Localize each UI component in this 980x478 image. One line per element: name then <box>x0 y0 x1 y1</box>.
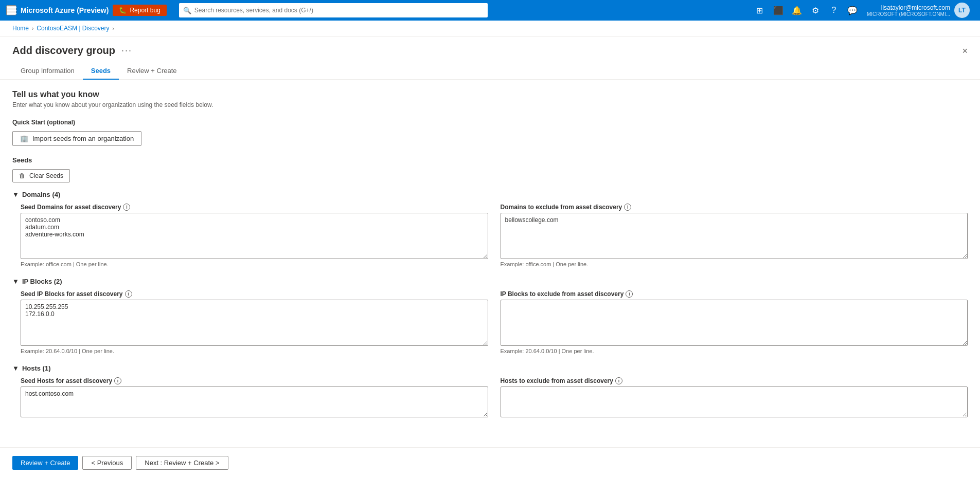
import-seeds-label: Import seeds from an organization <box>32 135 134 142</box>
ip-blocks-field-grid: Seed IP Blocks for asset discovery i 10.… <box>21 290 968 354</box>
report-bug-button[interactable]: 🐛 Report bug <box>113 5 166 16</box>
clear-seeds-button[interactable]: 🗑 Clear Seeds <box>12 169 70 182</box>
next-button[interactable]: Next : Review + Create > <box>136 456 228 470</box>
breadcrumb-discovery[interactable]: ContosoEASM | Discovery <box>37 25 109 32</box>
main-content: Tell us what you know Enter what you kno… <box>0 80 980 432</box>
portal-icon-button[interactable]: ⊞ <box>752 2 768 19</box>
seed-hosts-input[interactable]: host.contoso.com <box>21 387 488 417</box>
seeds-section-label: Seeds <box>12 156 968 164</box>
search-icon: 🔍 <box>183 7 191 14</box>
more-options-button[interactable]: ··· <box>121 45 132 56</box>
exclude-domains-input[interactable]: bellowscollege.com <box>501 213 968 259</box>
section-title: Tell us what you know <box>12 90 968 99</box>
bug-icon: 🐛 <box>119 7 127 14</box>
seed-domains-hint: Example: office.com | One per line. <box>21 261 488 267</box>
exclude-ip-blocks-label: IP Blocks to exclude from asset discover… <box>501 290 968 298</box>
user-org: MICROSOFT (MICROSOFT.ONMI... <box>867 11 950 17</box>
page-title: Add discovery group <box>12 45 115 57</box>
previous-button[interactable]: < Previous <box>82 456 132 470</box>
exclude-domains-label: Domains to exclude from asset discovery … <box>501 204 968 211</box>
settings-icon-button[interactable]: ⚙ <box>807 2 824 19</box>
user-name: lisataylor@microsoft.com <box>867 4 950 11</box>
exclude-hosts-label: Hosts to exclude from asset discovery i <box>501 377 968 384</box>
hosts-section: ▼ Hosts (1) Seed Hosts for asset discove… <box>12 364 968 417</box>
section-desc: Enter what you know about your organizat… <box>12 101 968 108</box>
hamburger-menu[interactable] <box>6 5 16 15</box>
domains-collapse-arrow: ▼ <box>12 191 19 198</box>
seed-domains-field: Seed Domains for asset discovery i conto… <box>21 204 488 267</box>
tab-group-information[interactable]: Group Information <box>12 63 83 80</box>
avatar: LT <box>954 3 970 18</box>
import-seeds-button[interactable]: 🏢 Import seeds from an organization <box>12 131 141 146</box>
seed-hosts-info-icon[interactable]: i <box>114 377 121 384</box>
notifications-icon-button[interactable]: 🔔 <box>789 2 805 19</box>
hosts-collapse-arrow: ▼ <box>12 364 19 372</box>
ip-blocks-collapse-header[interactable]: ▼ IP Blocks (2) <box>12 278 968 285</box>
feedback-icon-button[interactable]: 💬 <box>844 2 861 19</box>
clear-seeds-label: Clear Seeds <box>29 172 63 179</box>
tab-review-create[interactable]: Review + Create <box>119 63 185 80</box>
seeds-section: Seeds 🗑 Clear Seeds ▼ Domains (4) Seed D… <box>12 156 968 417</box>
tab-seeds[interactable]: Seeds <box>83 63 119 80</box>
hosts-collapse-header[interactable]: ▼ Hosts (1) <box>12 364 968 372</box>
ip-blocks-section-title: IP Blocks (2) <box>22 278 62 285</box>
exclude-domains-field: Domains to exclude from asset discovery … <box>501 204 968 267</box>
domains-collapse-header[interactable]: ▼ Domains (4) <box>12 191 968 198</box>
report-bug-label: Report bug <box>130 7 160 14</box>
review-create-button[interactable]: Review + Create <box>12 456 78 470</box>
trash-icon: 🗑 <box>19 172 25 179</box>
exclude-ip-blocks-hint: Example: 20.64.0.0/10 | One per line. <box>501 348 968 354</box>
ip-blocks-section: ▼ IP Blocks (2) Seed IP Blocks for asset… <box>12 278 968 354</box>
exclude-hosts-input[interactable] <box>501 387 968 417</box>
close-button[interactable]: × <box>962 46 968 56</box>
seed-ip-blocks-info-icon[interactable]: i <box>125 290 132 298</box>
domains-section-title: Domains (4) <box>22 191 60 198</box>
cloud-shell-icon-button[interactable]: ⬛ <box>770 2 787 19</box>
footer: Review + Create < Previous Next : Review… <box>0 447 980 478</box>
search-bar: 🔍 <box>179 3 488 17</box>
exclude-domains-hint: Example: office.com | One per line. <box>501 261 968 267</box>
seed-domains-input[interactable]: contoso.com adatum.com adventure-works.c… <box>21 213 488 259</box>
hosts-field-grid: Seed Hosts for asset discovery i host.co… <box>21 377 968 417</box>
quick-start-label: Quick Start (optional) <box>12 119 968 126</box>
exclude-domains-info-icon[interactable]: i <box>624 204 631 211</box>
tabs: Group Information Seeds Review + Create <box>0 57 980 80</box>
import-icon: 🏢 <box>20 135 28 142</box>
seed-ip-blocks-field: Seed IP Blocks for asset discovery i 10.… <box>21 290 488 354</box>
exclude-ip-blocks-field: IP Blocks to exclude from asset discover… <box>501 290 968 354</box>
app-title: Microsoft Azure (Preview) <box>21 6 109 14</box>
quick-start-section: Quick Start (optional) 🏢 Import seeds fr… <box>12 119 968 146</box>
breadcrumb-sep-1: › <box>32 26 33 31</box>
topbar: Microsoft Azure (Preview) 🐛 Report bug 🔍… <box>0 0 980 21</box>
search-input[interactable] <box>194 7 484 14</box>
seed-ip-blocks-hint: Example: 20.64.0.0/10 | One per line. <box>21 348 488 354</box>
seed-domains-info-icon[interactable]: i <box>123 204 130 211</box>
exclude-ip-blocks-info-icon[interactable]: i <box>626 290 633 298</box>
domains-field-grid: Seed Domains for asset discovery i conto… <box>21 204 968 267</box>
seed-ip-blocks-input[interactable]: 10.255.255.255 172.16.0.0 <box>21 300 488 346</box>
hosts-section-title: Hosts (1) <box>22 364 51 372</box>
page-header: Add discovery group ··· × <box>0 36 980 57</box>
exclude-hosts-info-icon[interactable]: i <box>615 377 622 384</box>
topbar-right: ⊞ ⬛ 🔔 ⚙ ? 💬 lisataylor@microsoft.com MIC… <box>752 2 974 19</box>
help-icon-button[interactable]: ? <box>826 2 842 19</box>
breadcrumb-sep-2: › <box>113 26 114 31</box>
domains-section: ▼ Domains (4) Seed Domains for asset dis… <box>12 191 968 267</box>
exclude-hosts-field: Hosts to exclude from asset discovery i <box>501 377 968 417</box>
ip-blocks-collapse-arrow: ▼ <box>12 278 19 285</box>
seed-ip-blocks-label: Seed IP Blocks for asset discovery i <box>21 290 488 298</box>
breadcrumb-home[interactable]: Home <box>12 25 29 32</box>
seed-hosts-label: Seed Hosts for asset discovery i <box>21 377 488 384</box>
breadcrumb: Home › ContosoEASM | Discovery › <box>0 21 980 36</box>
user-menu[interactable]: lisataylor@microsoft.com MICROSOFT (MICR… <box>863 3 974 18</box>
seed-domains-label: Seed Domains for asset discovery i <box>21 204 488 211</box>
exclude-ip-blocks-input[interactable] <box>501 300 968 346</box>
seed-hosts-field: Seed Hosts for asset discovery i host.co… <box>21 377 488 417</box>
